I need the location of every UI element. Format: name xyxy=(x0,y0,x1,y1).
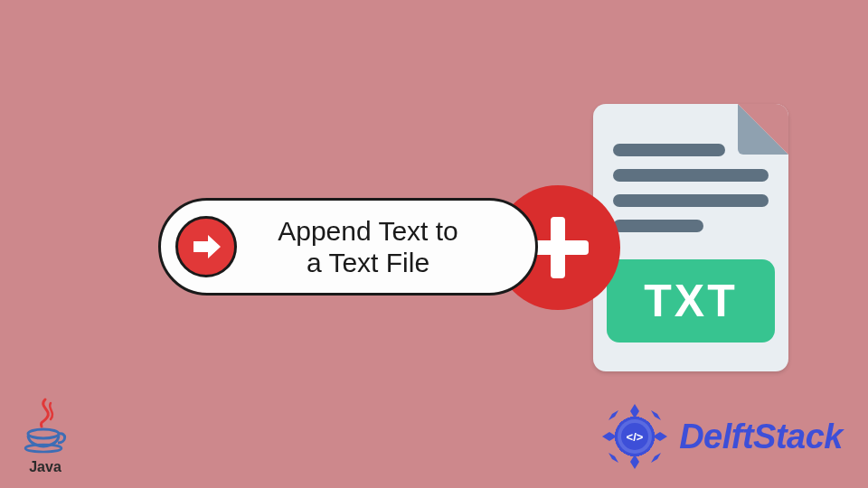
title-line-2: a Text File xyxy=(307,248,429,277)
java-logo: Java xyxy=(20,396,71,475)
delftstack-logo-icon: </> xyxy=(599,401,670,472)
svg-point-2 xyxy=(28,429,59,438)
file-text-lines xyxy=(613,144,769,245)
delftstack-wordmark: DelftStack xyxy=(679,418,843,456)
svg-point-3 xyxy=(25,445,61,452)
file-line xyxy=(613,144,725,156)
title-banner: Append Text to a Text File xyxy=(158,198,538,296)
code-symbol: </> xyxy=(627,430,644,444)
java-label: Java xyxy=(20,459,71,475)
file-line xyxy=(613,169,769,182)
txt-file-illustration: TXT xyxy=(593,104,788,371)
banner-title: Append Text to a Text File xyxy=(237,215,535,279)
arrow-right-icon xyxy=(175,216,237,277)
txt-badge: TXT xyxy=(607,259,775,343)
title-line-1: Append Text to xyxy=(278,216,458,246)
file-line xyxy=(613,194,769,207)
file-line xyxy=(613,220,703,232)
java-cup-icon xyxy=(20,396,71,461)
delftstack-brand: </> DelftStack xyxy=(599,401,843,472)
